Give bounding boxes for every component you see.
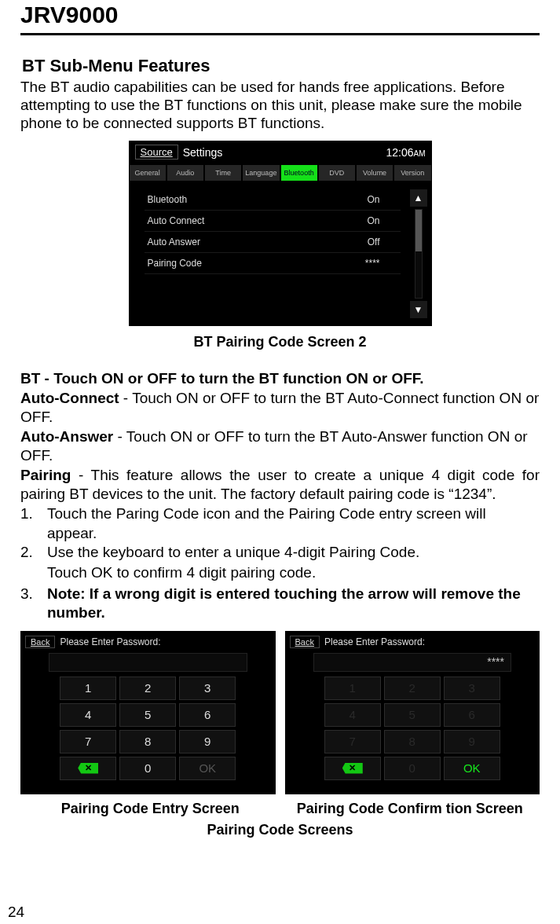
key-8[interactable]: 8	[384, 730, 441, 754]
row-label: Auto Answer	[148, 236, 200, 248]
bt-settings-screenshot: Source Settings 12:06AM General Audio Ti…	[129, 141, 432, 326]
keypad-prompt: Please Enter Password:	[60, 636, 160, 647]
key-3[interactable]: 3	[179, 676, 236, 700]
key-4[interactable]: 4	[60, 703, 116, 727]
auto-answer-line: Auto-Answer - Touch ON or OFF to turn th…	[20, 427, 540, 464]
row-value: Off	[368, 236, 380, 248]
tab-bluetooth[interactable]: Bluetooth	[280, 164, 318, 182]
back-button[interactable]: Back	[290, 636, 320, 648]
key-1[interactable]: 1	[60, 676, 116, 700]
entry-caption: Pairing Code Entry Screen	[20, 801, 280, 817]
key-0[interactable]: 0	[384, 757, 441, 780]
section-title: BT Sub-Menu Features	[22, 56, 540, 76]
key-9[interactable]: 9	[444, 730, 500, 754]
tab-time[interactable]: Time	[204, 164, 242, 182]
password-display: ****	[313, 653, 512, 672]
row-bluetooth[interactable]: Bluetooth On	[145, 189, 401, 211]
pairing-confirm-screenshot: Back Please Enter Password: **** 1 2 3 4…	[285, 631, 540, 794]
back-button[interactable]: Back	[25, 636, 55, 648]
page-number: 24	[8, 904, 24, 921]
key-5[interactable]: 5	[119, 703, 176, 727]
row-auto-answer[interactable]: Auto Answer Off	[145, 232, 401, 253]
key-ok[interactable]: OK	[444, 757, 500, 780]
key-backspace[interactable]: ✕	[60, 757, 116, 780]
settings-label: Settings	[183, 146, 223, 159]
pairing-line: Pairing - This feature allows the user t…	[20, 466, 540, 503]
scroll-up-icon[interactable]: ▲	[410, 189, 427, 207]
key-7[interactable]: 7	[324, 730, 381, 754]
clock: 12:06AM	[386, 146, 425, 159]
auto-connect-line: Auto-Connect - Touch ON or OFF to turn t…	[20, 389, 540, 426]
product-title: JRV9000	[20, 2, 540, 28]
key-3[interactable]: 3	[444, 676, 500, 700]
key-6[interactable]: 6	[179, 703, 236, 727]
key-0[interactable]: 0	[119, 757, 176, 780]
tab-dvd[interactable]: DVD	[318, 164, 356, 182]
row-label: Pairing Code	[148, 258, 202, 269]
step-2b: Touch OK to confirm 4 digit pairing code…	[47, 563, 540, 583]
row-label: Auto Connect	[148, 215, 205, 226]
scroll-track[interactable]	[415, 209, 423, 299]
keypad-row-caption: Pairing Code Screens	[20, 822, 540, 838]
row-auto-connect[interactable]: Auto Connect On	[145, 211, 401, 232]
backspace-icon: ✕	[342, 763, 363, 774]
key-6[interactable]: 6	[444, 703, 500, 727]
scroll-thumb[interactable]	[415, 210, 422, 252]
tab-volume[interactable]: Volume	[356, 164, 393, 182]
section-intro: The BT audio capabilities can be used fo…	[20, 78, 540, 133]
row-value: On	[367, 215, 379, 226]
row-label: Bluetooth	[148, 194, 188, 205]
key-ok[interactable]: OK	[179, 757, 236, 780]
key-8[interactable]: 8	[119, 730, 176, 754]
step-3: 3.Note: If a wrong digit is entered touc…	[20, 585, 540, 623]
tab-language[interactable]: Language	[242, 164, 280, 182]
steps-list: 1.Touch the Paring Code icon and the Pai…	[20, 504, 540, 562]
row-value: ****	[365, 258, 380, 269]
scroll-down-icon[interactable]: ▼	[410, 301, 427, 318]
bt-line: BT - Touch ON or OFF to turn the BT func…	[20, 369, 540, 388]
password-display	[49, 653, 247, 672]
keypad-captions: Pairing Code Entry Screen Pairing Code C…	[20, 801, 540, 817]
source-button[interactable]: Source	[135, 145, 178, 160]
source-button-label: Source	[141, 146, 173, 158]
key-2[interactable]: 2	[384, 676, 441, 700]
key-4[interactable]: 4	[324, 703, 381, 727]
bt-screenshot-caption: BT Pairing Code Screen 2	[20, 334, 540, 350]
confirm-caption: Pairing Code Confirm tion Screen	[280, 801, 540, 817]
settings-tabs: General Audio Time Language Bluetooth DV…	[129, 164, 432, 182]
key-5[interactable]: 5	[384, 703, 441, 727]
header-rule	[20, 33, 540, 35]
backspace-icon: ✕	[78, 763, 98, 774]
key-1[interactable]: 1	[324, 676, 381, 700]
tab-audio[interactable]: Audio	[167, 164, 204, 182]
keypad-screens-row: Back Please Enter Password: 1 2 3 4 5 6 …	[20, 631, 540, 794]
pairing-entry-screenshot: Back Please Enter Password: 1 2 3 4 5 6 …	[20, 631, 276, 794]
steps-list-2: 3.Note: If a wrong digit is entered touc…	[20, 585, 540, 623]
key-2[interactable]: 2	[119, 676, 176, 700]
tab-version[interactable]: Version	[393, 164, 431, 182]
step-1: 1.Touch the Paring Code icon and the Pai…	[20, 504, 540, 543]
keypad-prompt: Please Enter Password:	[324, 636, 425, 647]
key-backspace[interactable]: ✕	[324, 757, 381, 780]
key-9[interactable]: 9	[179, 730, 236, 754]
scrollbar[interactable]: ▲ ▼	[410, 189, 427, 318]
tab-general[interactable]: General	[129, 164, 167, 182]
row-value: On	[367, 194, 379, 205]
step-2: 2.Use the keyboard to enter a unique 4-d…	[20, 543, 540, 562]
row-pairing-code[interactable]: Pairing Code ****	[145, 253, 401, 274]
key-7[interactable]: 7	[60, 730, 116, 754]
